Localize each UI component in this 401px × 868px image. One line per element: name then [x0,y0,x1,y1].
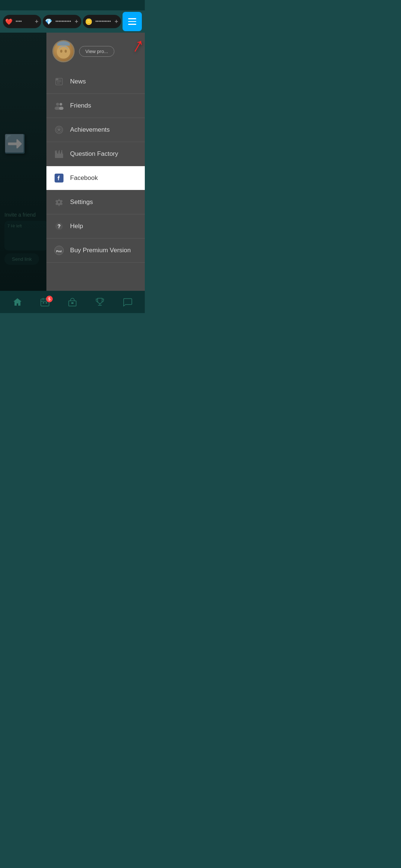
achievements-icon [54,125,64,135]
svg-point-11 [59,103,62,106]
view-profile-button[interactable]: View pro... [79,46,114,57]
status-bar [0,0,145,10]
nav-item-chat[interactable] [123,297,132,307]
facebook-label: Facebook [70,174,98,182]
svg-rect-37 [46,302,47,303]
menu-item-premium[interactable]: Pro! Buy Premium Version [46,239,145,263]
coin-value: •••••••••• [95,19,113,24]
heart-stat[interactable]: ❤️ •••• + [3,15,41,28]
hamburger-line-1 [128,18,136,19]
bottom-nav: 5 [0,291,145,313]
news-icon [54,76,64,87]
svg-rect-21 [55,151,56,154]
heart-plus[interactable]: + [35,18,38,25]
menu-item-help[interactable]: ? Help [46,214,145,239]
trophy-icon [95,297,105,307]
menu-item-settings[interactable]: Settings [46,190,145,214]
svg-rect-36 [43,302,44,303]
svg-text:?: ? [58,223,61,229]
nav-item-trophy[interactable] [95,297,105,307]
question-factory-label: Question Factory [70,150,118,158]
avatar-image [56,44,71,59]
diamond-plus[interactable]: + [75,18,78,25]
menu-item-friends[interactable]: Friends [46,94,145,118]
coin-icon: 🪙 [84,17,93,26]
friends-label: Friends [70,102,91,109]
heart-value: •••• [16,19,33,24]
hamburger-line-3 [128,24,136,25]
avatar[interactable] [52,40,75,62]
svg-rect-20 [61,152,62,154]
menu-item-news[interactable]: News [46,70,145,94]
svg-point-4 [65,50,67,53]
premium-icon: Pro! [54,245,64,256]
menu-button[interactable] [123,12,142,31]
settings-icon [54,197,64,207]
svg-rect-23 [59,150,59,151]
achievements-label: Achievements [70,126,110,134]
menu-item-facebook[interactable]: Facebook [46,166,145,190]
facebook-icon [54,173,64,183]
chat-icon [123,297,132,307]
nav-item-calendar[interactable]: 5 [40,297,50,307]
svg-text:Pro!: Pro! [56,250,62,253]
svg-rect-24 [62,150,62,152]
help-icon: ? [54,221,64,231]
svg-point-27 [58,201,60,203]
svg-point-2 [58,47,69,57]
home-icon [13,297,22,307]
factory-icon [54,149,64,159]
coin-plus[interactable]: + [115,18,118,25]
svg-rect-22 [56,151,57,152]
svg-rect-9 [56,78,58,80]
news-label: News [70,78,86,85]
heart-icon: ❤️ [4,17,13,26]
diamond-stat[interactable]: 💎 •••••••••• + [43,15,81,28]
hamburger-line-2 [128,21,136,22]
diamond-value: •••••••••• [55,19,72,24]
friends-icon [54,101,64,111]
menu-list: News Friends Ac [46,70,145,291]
coin-stat[interactable]: 🪙 •••••••••• + [83,15,121,28]
shop-icon [68,297,77,307]
drawer: View pro... News [46,33,145,291]
menu-item-question-factory[interactable]: Question Factory [46,142,145,166]
settings-label: Settings [70,198,93,206]
nav-item-home[interactable] [13,297,22,307]
help-label: Help [70,223,83,230]
menu-item-achievements[interactable]: Achievements [46,118,145,142]
calendar-badge: 5 [46,296,53,302]
svg-rect-19 [58,151,60,154]
svg-rect-39 [71,302,74,304]
premium-label: Buy Premium Version [70,247,131,254]
diamond-icon: 💎 [44,17,53,26]
svg-point-3 [60,50,62,53]
nav-item-shop[interactable] [68,297,77,307]
svg-point-10 [56,103,59,106]
header: ❤️ •••• + 💎 •••••••••• + 🪙 •••••••••• + [0,10,145,33]
